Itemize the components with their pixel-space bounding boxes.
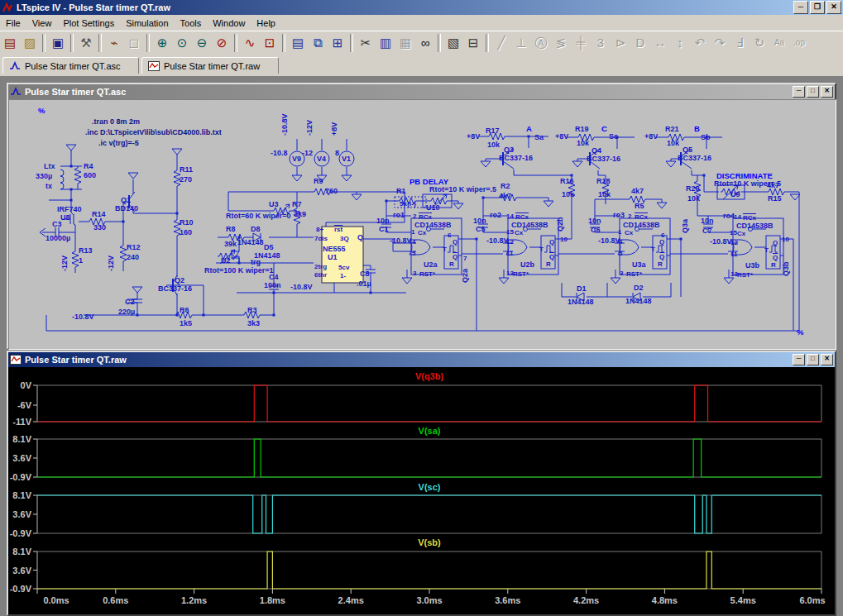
- plot-settings-icon: ⊡: [265, 36, 275, 49]
- schematic-label: -10.8V: [710, 238, 732, 246]
- print-preview-button[interactable]: ▧: [443, 33, 463, 53]
- place-text-icon: Aa: [774, 36, 784, 49]
- cut-icon: ✂: [361, 36, 371, 49]
- svg-text:-6V: -6V: [17, 400, 32, 410]
- halt-button: ◻: [124, 33, 144, 53]
- find-button[interactable]: ∞: [415, 33, 435, 53]
- schematic-label: C4: [269, 274, 279, 281]
- schematic-label: CD14538B: [736, 222, 774, 230]
- schematic-label: 10n: [376, 217, 390, 225]
- schematic-label: Rtot=100 K wiper=1: [204, 267, 274, 275]
- control-panel-button[interactable]: ⚒: [76, 33, 96, 53]
- trace-label[interactable]: V(sb): [418, 537, 441, 547]
- svg-text:3.6V: 3.6V: [12, 566, 31, 575]
- tile-vertical-button[interactable]: ⊞: [328, 33, 347, 53]
- new-schematic-button[interactable]: ▤: [0, 33, 20, 53]
- control-panel-icon: ⚒: [80, 36, 91, 49]
- schematic-label: 4: [619, 238, 622, 246]
- schematic-label: R: [771, 261, 776, 269]
- undo-button: ↶: [690, 33, 710, 53]
- draw-wire-icon: ╱: [497, 36, 505, 49]
- open-file-button[interactable]: ▨: [20, 33, 40, 53]
- schematic-label: 4k7: [631, 188, 644, 195]
- plot-settings-button[interactable]: ⊡: [260, 33, 280, 53]
- schematic-label: RST*: [626, 270, 642, 278]
- copy-button[interactable]: ▥: [376, 33, 395, 53]
- menu-item-window[interactable]: Window: [207, 17, 251, 30]
- tab-schematic[interactable]: Pulse Star timer QT.asc: [2, 57, 139, 74]
- menu-item-tools[interactable]: Tools: [175, 17, 208, 30]
- menu-item-help[interactable]: Help: [251, 17, 281, 30]
- maximize-button[interactable]: ❐: [810, 1, 825, 14]
- minimize-button[interactable]: ─: [793, 86, 805, 98]
- close-button[interactable]: ✕: [821, 86, 833, 98]
- minimize-button[interactable]: ─: [793, 1, 808, 14]
- schematic-icon: [9, 61, 21, 71]
- schematic-label: +8V: [467, 133, 480, 141]
- schematic-label: 15: [506, 228, 514, 236]
- schematic-label: %: [797, 328, 803, 336]
- waveform-window-titlebar[interactable]: Pulse Star timer QT.raw ─ □ ✕: [8, 352, 835, 367]
- menu-item-view[interactable]: View: [26, 17, 58, 30]
- tile-horizontal-icon: ▤: [292, 36, 304, 49]
- schematic-label: NE555: [323, 246, 346, 253]
- schematic-label: -10.8V: [598, 237, 620, 245]
- zoom-back-button[interactable]: ⊘: [212, 33, 232, 53]
- schematic-label: U2b: [520, 261, 534, 269]
- tab-waveform[interactable]: Pulse Star timer QT.raw: [141, 57, 279, 74]
- schematic-icon: [10, 87, 22, 97]
- schematic-window-titlebar[interactable]: Pulse Star timer QT.asc ─ □ ✕: [8, 84, 835, 99]
- zoom-out-button[interactable]: ⊖: [192, 33, 212, 53]
- schematic-label: RST*: [513, 270, 529, 278]
- cut-button[interactable]: ✂: [356, 33, 376, 53]
- maximize-button[interactable]: □: [807, 86, 819, 98]
- schematic-label: 4k7: [767, 182, 779, 189]
- place-inductor-button: 3: [591, 33, 611, 53]
- schematic-label: RST*: [737, 271, 753, 279]
- schematic-label: T: [651, 246, 655, 253]
- schematic-label: 10n: [701, 217, 714, 225]
- menu-item-plot-settings[interactable]: Plot Settings: [57, 17, 120, 30]
- schematic-canvas[interactable]: %.tran 0 8m 2m.inc D:\LTspiceIV\lib\sub\…: [8, 99, 836, 350]
- trace-label[interactable]: V(q3b): [415, 371, 444, 381]
- find-icon: ∞: [421, 36, 430, 49]
- schematic-label: Q3: [504, 146, 514, 154]
- minimize-button[interactable]: ─: [793, 354, 805, 365]
- zoom-in-button[interactable]: ⊕: [152, 33, 172, 53]
- schematic-label: Sa: [534, 134, 544, 141]
- schematic-label: 11: [506, 250, 513, 257]
- schematic-label: R14: [92, 211, 106, 218]
- schematic-label: R: [546, 260, 551, 268]
- schematic-label: 240: [127, 254, 139, 261]
- waveform-plot-area[interactable]: 0V-6V-11VV(q3b)8.1V3.6V-0.9VV(sa)8.1V3.6…: [8, 367, 835, 614]
- save-icon: ▣: [52, 36, 64, 49]
- run-button[interactable]: ⌁: [104, 33, 124, 53]
- place-resistor-button: ≶: [551, 33, 571, 53]
- tab-label: Pulse Star timer QT.raw: [164, 61, 260, 71]
- save-button[interactable]: ▣: [48, 33, 68, 53]
- menu-item-file[interactable]: File: [0, 17, 26, 30]
- close-button[interactable]: ✕: [821, 354, 833, 365]
- print-button[interactable]: ⊟: [463, 33, 483, 53]
- autorange-y-axis-button[interactable]: ∿: [240, 33, 260, 53]
- schematic-label: 1: [618, 228, 621, 236]
- schematic-label: T: [764, 246, 769, 254]
- close-button[interactable]: ✕: [826, 1, 841, 14]
- schematic-label: ro4: [723, 212, 735, 220]
- trace-label[interactable]: V(sc): [419, 482, 441, 492]
- schematic-label: C2: [125, 298, 135, 306]
- zoom-full-extents-button[interactable]: ⊙: [172, 33, 192, 53]
- tile-horizontal-button[interactable]: ▤: [288, 33, 308, 53]
- schematic-label: U8: [60, 214, 70, 222]
- toolbar: ▤▨▣⚒⌁◻⊕⊙⊖⊘∿⊡▤⧉⊞✂▥▦∞▧⊟╱⊥Ⓐ≶╪3⊳D↔↕↶↷Ⅎ↻Aa.op: [0, 31, 843, 55]
- schematic-label: 5cv: [338, 264, 349, 271]
- undo-icon: ↶: [695, 36, 706, 49]
- maximize-button[interactable]: □: [807, 354, 819, 365]
- schematic-label: 10k: [562, 191, 574, 198]
- schematic-label: 3: [413, 270, 416, 277]
- cascade-windows-button[interactable]: ⧉: [308, 33, 328, 53]
- schematic-label: 330: [93, 224, 106, 232]
- title-bar[interactable]: LTspice IV - Pulse Star timer QT.raw ─ ❐…: [0, 0, 843, 15]
- trace-label[interactable]: V(sa): [419, 426, 441, 436]
- menu-item-simulation[interactable]: Simulation: [120, 17, 174, 30]
